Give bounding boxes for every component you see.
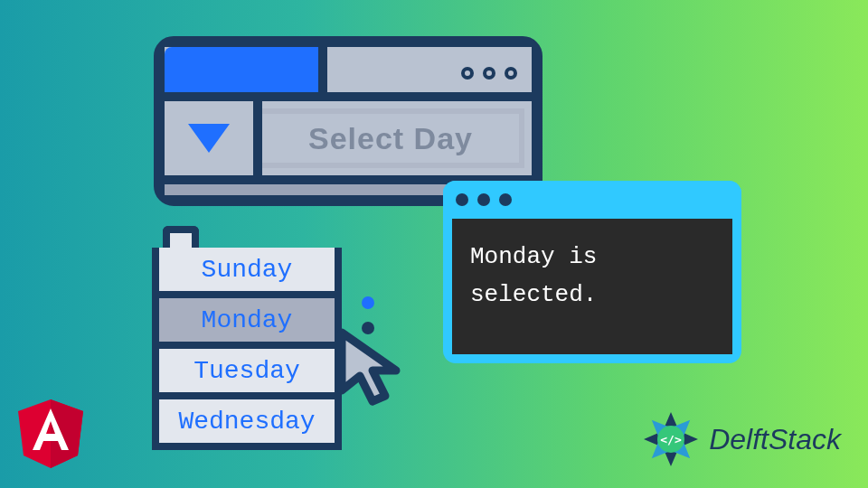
- dot-icon: [362, 296, 374, 309]
- window-dot: [483, 67, 495, 80]
- chevron-down-icon: [184, 120, 233, 156]
- terminal-output: Monday is selected.: [452, 219, 732, 354]
- terminal-dot: [456, 193, 468, 206]
- delftstack-logo: </> DelftStack: [642, 410, 841, 468]
- select-row: Select Day: [165, 101, 532, 175]
- dropdown-option-monday[interactable]: Monday: [152, 298, 342, 349]
- delftstack-badge-icon: </>: [642, 410, 700, 468]
- terminal-window: Monday is selected.: [443, 181, 741, 363]
- window-dot: [461, 67, 474, 80]
- window-controls: [461, 67, 517, 80]
- svg-text:</>: </>: [660, 433, 682, 446]
- dropdown-trigger[interactable]: [165, 101, 262, 175]
- dropdown-list: Sunday Monday Tuesday Wednesday: [152, 226, 342, 450]
- dropdown-option-tuesday[interactable]: Tuesday: [152, 349, 342, 399]
- select-placeholder: Select Day: [262, 108, 524, 168]
- dropdown-option-wednesday[interactable]: Wednesday: [152, 399, 342, 450]
- svg-marker-0: [188, 124, 230, 153]
- window-titlebar: [165, 47, 532, 101]
- window-tab: [165, 47, 327, 92]
- delftstack-text: DelftStack: [709, 423, 841, 456]
- terminal-dot: [499, 193, 512, 206]
- cursor-icon: [335, 325, 416, 419]
- dropdown-notch: [163, 226, 199, 248]
- angular-logo-icon: [18, 399, 83, 472]
- dropdown-option-sunday[interactable]: Sunday: [152, 248, 342, 298]
- terminal-titlebar: [443, 181, 741, 219]
- window-dot: [505, 67, 517, 80]
- terminal-dot: [477, 193, 490, 206]
